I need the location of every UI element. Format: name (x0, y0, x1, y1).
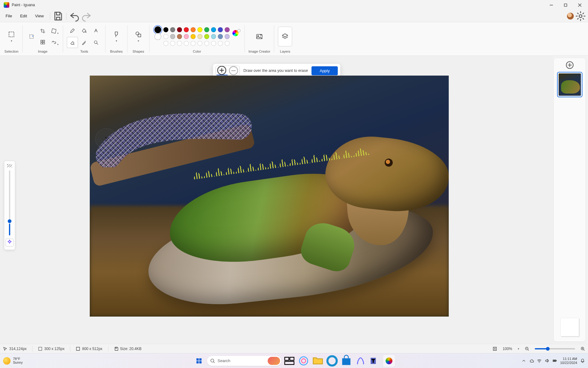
paint-taskbar-icon[interactable] (383, 355, 395, 367)
redo-button[interactable] (81, 11, 92, 21)
image-creator-button[interactable] (252, 27, 266, 46)
text-tool[interactable] (90, 25, 102, 36)
color-swatch[interactable] (204, 27, 209, 32)
pencil-tool[interactable] (67, 25, 78, 36)
custom-color-slot[interactable] (170, 41, 175, 46)
fit-to-window-button[interactable] (493, 347, 497, 351)
color-swatch[interactable] (163, 34, 168, 39)
weather-icon (3, 357, 11, 365)
brushes-button[interactable]: ▾ (109, 27, 123, 46)
color-swatch[interactable] (177, 34, 182, 39)
battery-icon[interactable] (552, 358, 557, 363)
edge-icon[interactable] (326, 355, 338, 367)
fill-tool[interactable] (79, 25, 90, 36)
menu-file[interactable]: File (2, 12, 16, 20)
custom-color-slot[interactable] (184, 41, 189, 46)
task-view-button[interactable] (283, 355, 296, 367)
color-swatch[interactable] (211, 34, 216, 39)
brush-size-slider[interactable] (9, 170, 10, 235)
tray-date: 10/22/2024 (560, 361, 577, 365)
crop-button[interactable] (37, 26, 48, 36)
svg-rect-11 (41, 42, 42, 44)
color-picker-tool[interactable] (79, 37, 90, 48)
copilot-icon[interactable] (297, 355, 310, 367)
rotate-button[interactable]: ▾ (49, 37, 59, 47)
color-swatch[interactable] (211, 27, 216, 32)
custom-color-slot[interactable] (204, 41, 209, 46)
layers-button[interactable] (278, 27, 292, 46)
menu-view[interactable]: View (31, 12, 47, 20)
color-swatch[interactable] (191, 34, 196, 39)
user-avatar[interactable] (567, 13, 574, 20)
custom-color-slot[interactable] (225, 41, 230, 46)
selection-tool[interactable]: ▾ (4, 27, 19, 46)
color-editor-button[interactable] (231, 30, 240, 36)
color-swatch[interactable] (184, 27, 189, 32)
explorer-icon[interactable] (312, 355, 324, 367)
custom-color-slot[interactable] (211, 41, 216, 46)
custom-color-slot[interactable] (163, 41, 168, 46)
color-swatch[interactable] (177, 27, 182, 32)
color-primary[interactable] (154, 26, 161, 33)
start-button[interactable] (193, 355, 205, 367)
color-swatch[interactable] (163, 27, 168, 32)
color-swatch[interactable] (197, 27, 202, 32)
color-swatch[interactable] (197, 34, 202, 39)
settings-button[interactable] (575, 11, 586, 21)
zoom-in-button[interactable] (581, 347, 585, 351)
system-tray[interactable]: 11:11 AM 10/22/2024 (521, 357, 585, 364)
notifications-icon[interactable] (580, 358, 585, 363)
auto-select-button[interactable] (6, 239, 14, 247)
onedrive-icon[interactable] (529, 358, 534, 363)
file-size: Size: 20.4KB (114, 347, 141, 351)
custom-color-slot[interactable] (191, 41, 196, 46)
save-button[interactable] (53, 11, 64, 21)
eraser-tool[interactable] (67, 37, 78, 48)
custom-color-slot[interactable] (197, 41, 202, 46)
erase-add-button[interactable] (216, 66, 228, 75)
custom-color-slot[interactable] (177, 41, 182, 46)
canvas[interactable] (90, 76, 449, 317)
color-swatch[interactable] (184, 34, 189, 39)
color-swatch[interactable] (170, 34, 175, 39)
erase-subtract-button[interactable] (228, 66, 240, 75)
teams-icon[interactable]: T (369, 355, 381, 367)
color-secondary[interactable] (154, 33, 161, 40)
canvas-area[interactable]: Draw over the area you want to erase App… (0, 56, 553, 344)
generative-select-button[interactable] (26, 34, 37, 39)
wifi-icon[interactable] (537, 358, 542, 363)
layer-thumbnail-1[interactable] (558, 72, 582, 97)
zoom-slider[interactable] (535, 348, 575, 349)
minimize-button[interactable] (544, 0, 558, 10)
color-swatch[interactable] (170, 27, 175, 32)
select-all-button[interactable] (37, 37, 48, 47)
svg-point-38 (301, 359, 305, 363)
zoom-out-button[interactable] (525, 347, 529, 351)
resize-button[interactable]: ▾ (49, 26, 59, 36)
color-swatch[interactable] (225, 34, 230, 39)
custom-color-slot[interactable] (218, 41, 223, 46)
background-layer-thumbnail[interactable] (560, 318, 579, 336)
chevron-down-icon[interactable]: ▾ (518, 347, 519, 350)
color-swatch[interactable] (204, 34, 209, 39)
volume-icon[interactable] (545, 358, 549, 363)
color-swatch[interactable] (218, 34, 223, 39)
close-button[interactable] (573, 0, 587, 10)
shapes-button[interactable]: ▾ (131, 27, 145, 46)
magnifier-tool[interactable] (90, 37, 102, 48)
color-swatch[interactable] (225, 27, 230, 32)
taskbar-search[interactable]: Search (207, 356, 281, 366)
taskbar-weather[interactable]: 78°FSunny (3, 357, 23, 365)
erase-apply-button[interactable]: Apply (312, 66, 338, 75)
copilot-app-icon[interactable] (354, 355, 367, 367)
tray-chevron-icon[interactable] (521, 358, 526, 363)
color-swatch[interactable] (218, 27, 223, 32)
cursor-position: 314,124px (3, 347, 27, 351)
maximize-button[interactable] (558, 0, 573, 10)
color-swatch[interactable] (191, 27, 196, 32)
add-layer-button[interactable] (565, 61, 574, 69)
undo-button[interactable] (69, 11, 80, 21)
svg-point-39 (327, 356, 337, 366)
store-icon[interactable] (340, 355, 352, 367)
menu-edit[interactable]: Edit (16, 12, 31, 20)
